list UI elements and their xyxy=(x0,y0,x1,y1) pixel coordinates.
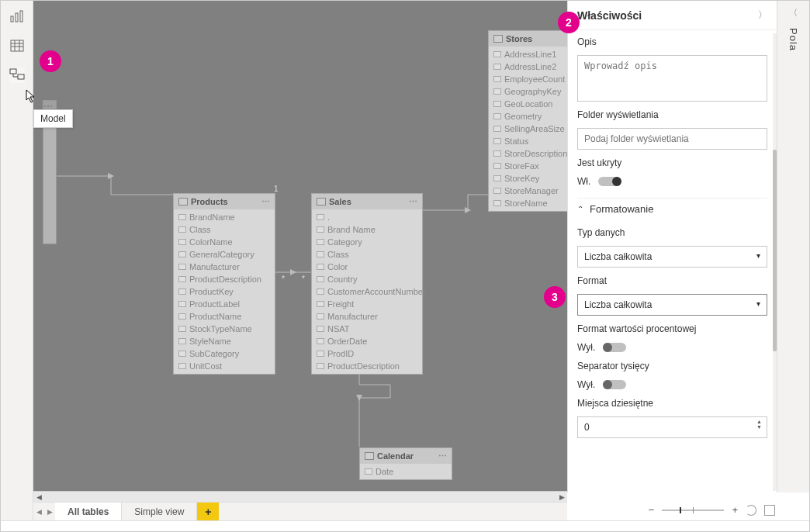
field-row[interactable]: Status xyxy=(489,135,567,147)
decimal-spinner[interactable]: 0 ▲▼ xyxy=(577,416,767,438)
field-name: StoreManager xyxy=(504,186,559,195)
scroll-right-icon[interactable]: ▶ xyxy=(556,493,567,501)
add-tab-button[interactable]: + xyxy=(197,503,219,520)
table-title: Calendar xyxy=(377,451,414,461)
folder-input[interactable] xyxy=(577,128,767,150)
canvas-scrollbar-h[interactable]: ◀ ▶ xyxy=(33,491,567,502)
field-row[interactable]: Brand Name xyxy=(312,223,422,236)
pct-toggle[interactable] xyxy=(603,343,626,352)
field-row[interactable]: ProductLabel xyxy=(174,298,275,310)
hidden-toggle[interactable] xyxy=(598,177,621,186)
zoom-controls: − + xyxy=(649,504,775,516)
field-icon xyxy=(178,351,186,357)
field-row[interactable]: AddressLine1 xyxy=(489,48,567,60)
field-row[interactable]: Date xyxy=(360,465,452,478)
zoom-in-button[interactable]: + xyxy=(732,504,738,516)
field-row[interactable]: StoreKey xyxy=(489,172,567,185)
model-tabs: ◀ ▶ All tables Simple view + xyxy=(33,502,567,520)
field-row[interactable]: . xyxy=(312,211,422,223)
spinner-up-icon[interactable]: ▲ xyxy=(756,419,762,424)
field-row[interactable]: GeoLocation xyxy=(489,98,567,110)
field-row[interactable]: ProductName xyxy=(174,310,275,323)
mini-card[interactable]: ⋯ xyxy=(43,100,57,109)
zoom-slider[interactable] xyxy=(662,510,724,511)
more-icon[interactable]: ⋯ xyxy=(409,197,417,207)
table-calendar[interactable]: Calendar⋯ Date xyxy=(359,447,452,480)
field-row[interactable]: Geometry xyxy=(489,110,567,123)
format-select[interactable]: Liczba całkowita xyxy=(577,294,767,316)
field-row[interactable]: Class xyxy=(312,248,422,261)
field-row[interactable]: Freight xyxy=(312,298,422,310)
tab-simple-view[interactable]: Simple view xyxy=(122,503,197,520)
chevron-up-icon: ⌃ xyxy=(577,205,583,213)
field-icon xyxy=(493,51,501,57)
field-row[interactable]: StoreDescription xyxy=(489,147,567,160)
field-name: Geometry xyxy=(504,112,542,121)
svg-marker-13 xyxy=(290,269,296,275)
report-view-icon[interactable] xyxy=(9,9,25,24)
field-name: Date xyxy=(376,467,393,476)
field-row[interactable]: EmployeeCount xyxy=(489,73,567,85)
field-row[interactable]: UnitCost xyxy=(174,360,275,372)
tab-nav-left-icon[interactable]: ◀ xyxy=(33,503,44,520)
more-icon[interactable]: ⋯ xyxy=(438,451,447,461)
field-icon xyxy=(317,326,324,332)
field-name: SubCategory xyxy=(189,349,239,358)
field-row[interactable]: ProductDescription xyxy=(174,273,275,285)
status-bar xyxy=(1,520,809,531)
thousand-toggle[interactable] xyxy=(603,380,626,389)
field-row[interactable]: SellingAreaSize xyxy=(489,123,567,135)
field-row[interactable]: Color xyxy=(312,261,422,273)
fit-to-screen-icon[interactable] xyxy=(764,505,775,516)
field-row[interactable]: GeographyKey xyxy=(489,85,567,98)
field-row[interactable]: StoreManager xyxy=(489,185,567,197)
field-row[interactable]: GeneralCategory xyxy=(174,248,275,261)
svg-rect-8 xyxy=(10,69,16,74)
field-row[interactable]: StockTypeName xyxy=(174,323,275,335)
model-tooltip: Model xyxy=(33,109,73,128)
field-row[interactable]: StoreName xyxy=(489,197,567,209)
field-row[interactable]: Category xyxy=(312,236,422,248)
field-row[interactable]: StyleName xyxy=(174,335,275,347)
field-row[interactable]: CustomerAccountNumber xyxy=(312,285,422,298)
field-row[interactable]: Manufacturer xyxy=(312,310,422,323)
model-canvas[interactable]: ⋯ 1 * * 1 * Products⋯ BrandNameClassColo… xyxy=(33,1,567,492)
spinner-down-icon[interactable]: ▼ xyxy=(756,424,762,430)
datatype-select[interactable]: Liczba całkowita xyxy=(577,246,767,268)
fields-label: Pola xyxy=(788,28,799,51)
field-row[interactable]: ProductDescription xyxy=(312,360,422,372)
collapsed-card[interactable] xyxy=(43,111,57,244)
field-row[interactable]: BrandName xyxy=(174,211,275,223)
field-row[interactable]: ProductKey xyxy=(174,285,275,298)
field-row[interactable]: Country xyxy=(312,273,422,285)
tab-all-tables[interactable]: All tables xyxy=(55,503,122,520)
field-row[interactable]: StoreFax xyxy=(489,160,567,172)
zoom-out-button[interactable]: − xyxy=(649,504,655,516)
tab-nav-right-icon[interactable]: ▶ xyxy=(44,503,55,520)
collapse-icon[interactable]: 〉 xyxy=(758,9,767,22)
field-row[interactable]: NSAT xyxy=(312,323,422,335)
field-row[interactable]: OrderDate xyxy=(312,335,422,347)
scroll-left-icon[interactable]: ◀ xyxy=(33,493,44,501)
field-row[interactable]: AddressLine2 xyxy=(489,60,567,73)
table-products[interactable]: Products⋯ BrandNameClassColorNameGeneral… xyxy=(173,193,275,375)
field-icon xyxy=(317,313,324,320)
expand-fields-icon[interactable]: 〈 xyxy=(789,7,798,19)
field-row[interactable]: ProdID xyxy=(312,347,422,360)
formatting-section[interactable]: ⌃ Formatowanie xyxy=(577,198,767,219)
field-icon xyxy=(493,64,501,70)
field-name: ProductDescription xyxy=(189,275,261,284)
table-stores[interactable]: Stores⋯ AddressLine1AddressLine2Employee… xyxy=(488,30,567,212)
field-row[interactable]: ColorName xyxy=(174,236,275,248)
fields-pane-collapsed[interactable]: 〈 Pola xyxy=(777,1,809,492)
field-row[interactable]: SubCategory xyxy=(174,347,275,360)
table-sales[interactable]: Sales⋯ .Brand NameCategoryClassColorCoun… xyxy=(311,193,423,375)
data-view-icon[interactable] xyxy=(9,38,25,54)
zoom-reset-icon[interactable] xyxy=(746,505,756,516)
opis-input[interactable] xyxy=(577,55,767,102)
model-view-icon[interactable] xyxy=(9,67,25,83)
field-row[interactable]: Manufacturer xyxy=(174,261,275,273)
more-icon[interactable]: ⋯ xyxy=(261,197,270,207)
field-icon xyxy=(178,214,186,220)
field-row[interactable]: Class xyxy=(174,223,275,236)
